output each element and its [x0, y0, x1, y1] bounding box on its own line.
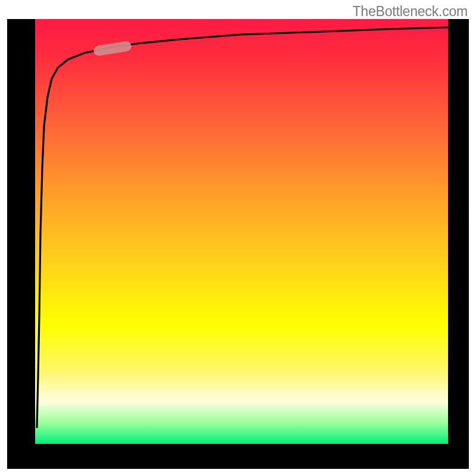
svg-rect-0 [93, 40, 132, 57]
bottleneck-curve [37, 27, 448, 427]
pill-marker-icon [93, 40, 132, 57]
plot-frame [7, 19, 469, 469]
chart-stage: TheBottleneck.com [0, 0, 476, 476]
curve-layer [35, 19, 448, 444]
plot-area [35, 19, 448, 444]
watermark-text: TheBottleneck.com [353, 4, 468, 20]
